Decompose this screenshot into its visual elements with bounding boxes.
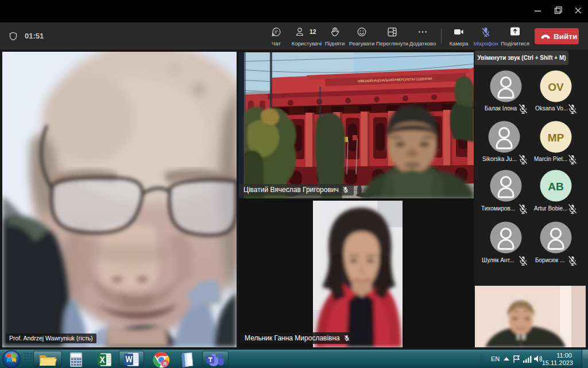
svg-text:Л: Л (163, 361, 167, 366)
